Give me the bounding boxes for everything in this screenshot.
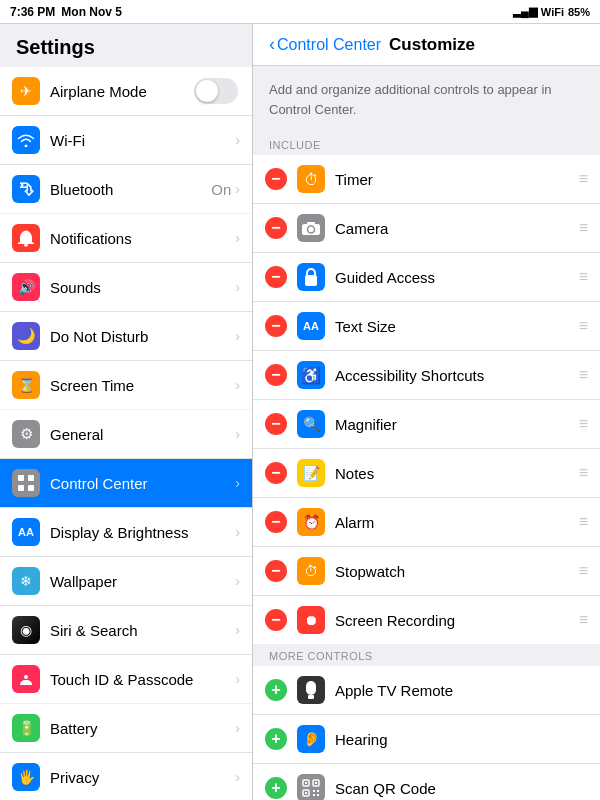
scanqr-label: Scan QR Code bbox=[335, 780, 588, 797]
control-item-hearing[interactable]: + 👂 Hearing bbox=[253, 715, 600, 764]
control-item-camera[interactable]: − Camera ≡ bbox=[253, 204, 600, 253]
sidebar-item-touchid[interactable]: Touch ID & Passcode › bbox=[0, 655, 252, 703]
sidebar-item-display[interactable]: AA Display & Brightness › bbox=[0, 508, 252, 557]
control-item-scanqr[interactable]: + Scan QR Code bbox=[253, 764, 600, 800]
textsize-drag-handle[interactable]: ≡ bbox=[579, 317, 588, 335]
remove-timer-button[interactable]: − bbox=[265, 168, 287, 190]
screenrecording-icon: ⏺ bbox=[297, 606, 325, 634]
sounds-chevron: › bbox=[235, 279, 240, 295]
bluetooth-chevron: › bbox=[235, 181, 240, 197]
sidebar-item-wifi[interactable]: Wi-Fi › bbox=[0, 116, 252, 165]
sidebar-item-battery[interactable]: 🔋 Battery › bbox=[0, 704, 252, 753]
include-header: INCLUDE bbox=[253, 133, 600, 155]
alarm-label: Alarm bbox=[335, 514, 575, 531]
accessibility-drag-handle[interactable]: ≡ bbox=[579, 366, 588, 384]
remove-textsize-button[interactable]: − bbox=[265, 315, 287, 337]
right-panel: ‹ Control Center Customize Add and organ… bbox=[253, 24, 600, 800]
svg-rect-3 bbox=[18, 485, 24, 491]
appletv-label: Apple TV Remote bbox=[335, 682, 588, 699]
svg-rect-24 bbox=[317, 794, 319, 796]
dnd-label: Do Not Disturb bbox=[50, 328, 235, 345]
wallpaper-chevron: › bbox=[235, 573, 240, 589]
airplane-toggle[interactable] bbox=[194, 78, 238, 104]
control-item-textsize[interactable]: − AA Text Size ≡ bbox=[253, 302, 600, 351]
bluetooth-label: Bluetooth bbox=[50, 181, 211, 198]
sidebar-item-notifications[interactable]: Notifications › bbox=[0, 214, 252, 263]
status-time: 7:36 PM bbox=[10, 5, 55, 19]
dnd-icon: 🌙 bbox=[12, 322, 40, 350]
wifi-chevron: › bbox=[235, 132, 240, 148]
svg-rect-1 bbox=[18, 475, 24, 481]
control-item-stopwatch[interactable]: − ⏱ Stopwatch ≡ bbox=[253, 547, 600, 596]
timer-icon: ⏱ bbox=[297, 165, 325, 193]
svg-rect-12 bbox=[310, 278, 313, 283]
control-item-screenrecording[interactable]: − ⏺ Screen Recording ≡ bbox=[253, 596, 600, 644]
battery-chevron: › bbox=[235, 720, 240, 736]
sidebar-item-siri[interactable]: ◉ Siri & Search › bbox=[0, 606, 252, 655]
control-item-accessibility[interactable]: − ♿ Accessibility Shortcuts ≡ bbox=[253, 351, 600, 400]
sidebar-item-wallpaper[interactable]: ❄ Wallpaper › bbox=[0, 557, 252, 606]
touchid-chevron: › bbox=[235, 671, 240, 687]
add-scanqr-button[interactable]: + bbox=[265, 777, 287, 799]
remove-alarm-button[interactable]: − bbox=[265, 511, 287, 533]
notes-drag-handle[interactable]: ≡ bbox=[579, 464, 588, 482]
sidebar-item-sounds[interactable]: 🔊 Sounds › bbox=[0, 263, 252, 312]
controlcenter-label: Control Center bbox=[50, 475, 235, 492]
hearing-icon: 👂 bbox=[297, 725, 325, 753]
wifi-status-icon: WiFi bbox=[541, 6, 564, 18]
control-item-timer[interactable]: − ⏱ Timer ≡ bbox=[253, 155, 600, 204]
display-chevron: › bbox=[235, 524, 240, 540]
remove-camera-button[interactable]: − bbox=[265, 217, 287, 239]
alarm-icon: ⏰ bbox=[297, 508, 325, 536]
control-item-notes[interactable]: − 📝 Notes ≡ bbox=[253, 449, 600, 498]
sidebar-item-general[interactable]: ⚙ General › bbox=[0, 410, 252, 459]
svg-rect-21 bbox=[313, 790, 315, 792]
bluetooth-value: On bbox=[211, 181, 231, 198]
svg-rect-4 bbox=[28, 485, 34, 491]
back-chevron-icon: ‹ bbox=[269, 34, 275, 55]
sidebar-item-controlcenter[interactable]: Control Center › bbox=[0, 459, 252, 508]
back-button[interactable]: ‹ Control Center bbox=[269, 34, 381, 55]
magnifier-drag-handle[interactable]: ≡ bbox=[579, 415, 588, 433]
remove-notes-button[interactable]: − bbox=[265, 462, 287, 484]
control-item-magnifier[interactable]: − 🔍 Magnifier ≡ bbox=[253, 400, 600, 449]
control-item-guidedaccess[interactable]: − Guided Access ≡ bbox=[253, 253, 600, 302]
alarm-drag-handle[interactable]: ≡ bbox=[579, 513, 588, 531]
control-item-appletv[interactable]: + Apple TV Remote bbox=[253, 666, 600, 715]
notifications-icon bbox=[12, 224, 40, 252]
sidebar-item-bluetooth[interactable]: ⮷ Bluetooth On › bbox=[0, 165, 252, 213]
status-bar: 7:36 PM Mon Nov 5 ▂▄▆ WiFi 85% bbox=[0, 0, 600, 24]
remove-magnifier-button[interactable]: − bbox=[265, 413, 287, 435]
siri-icon: ◉ bbox=[12, 616, 40, 644]
sidebar-item-privacy[interactable]: 🖐 Privacy › bbox=[0, 753, 252, 800]
settings-title: Settings bbox=[0, 24, 252, 67]
stopwatch-label: Stopwatch bbox=[335, 563, 575, 580]
timer-drag-handle[interactable]: ≡ bbox=[579, 170, 588, 188]
camera-drag-handle[interactable]: ≡ bbox=[579, 219, 588, 237]
sidebar-item-dnd[interactable]: 🌙 Do Not Disturb › bbox=[0, 312, 252, 361]
svg-rect-10 bbox=[307, 222, 315, 225]
battery-status: 85% bbox=[568, 6, 590, 18]
back-label: Control Center bbox=[277, 36, 381, 54]
accessibility-label: Accessibility Shortcuts bbox=[335, 367, 575, 384]
airplane-label: Airplane Mode bbox=[50, 83, 194, 100]
screentime-icon: ⌛ bbox=[12, 371, 40, 399]
stopwatch-drag-handle[interactable]: ≡ bbox=[579, 562, 588, 580]
right-header: ‹ Control Center Customize bbox=[253, 24, 600, 66]
sidebar-item-airplane[interactable]: ✈ Airplane Mode bbox=[0, 67, 252, 116]
add-hearing-button[interactable]: + bbox=[265, 728, 287, 750]
privacy-group: 🔋 Battery › 🖐 Privacy › bbox=[0, 704, 252, 800]
remove-guidedaccess-button[interactable]: − bbox=[265, 266, 287, 288]
screenrecording-drag-handle[interactable]: ≡ bbox=[579, 611, 588, 629]
sidebar-item-screentime[interactable]: ⌛ Screen Time › bbox=[0, 361, 252, 409]
general-icon: ⚙ bbox=[12, 420, 40, 448]
dnd-chevron: › bbox=[235, 328, 240, 344]
remove-screenrecording-button[interactable]: − bbox=[265, 609, 287, 631]
guidedaccess-drag-handle[interactable]: ≡ bbox=[579, 268, 588, 286]
remove-accessibility-button[interactable]: − bbox=[265, 364, 287, 386]
appletv-icon bbox=[297, 676, 325, 704]
control-item-alarm[interactable]: − ⏰ Alarm ≡ bbox=[253, 498, 600, 547]
notifications-label: Notifications bbox=[50, 230, 235, 247]
remove-stopwatch-button[interactable]: − bbox=[265, 560, 287, 582]
add-appletv-button[interactable]: + bbox=[265, 679, 287, 701]
